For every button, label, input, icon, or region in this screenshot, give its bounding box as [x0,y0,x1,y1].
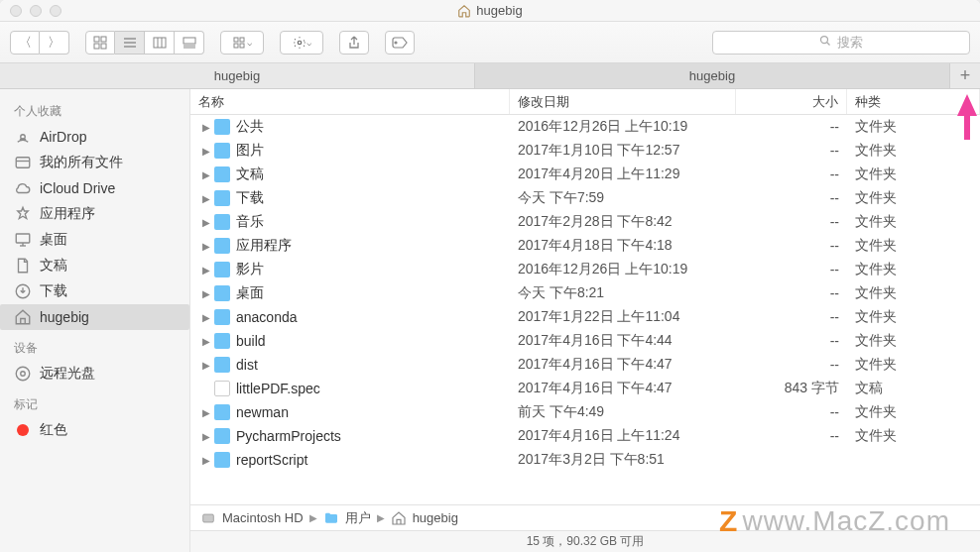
file-row[interactable]: ▶公共2016年12月26日 上午10:19--文件夹 [190,115,980,139]
breadcrumb-item[interactable]: hugebig [413,510,458,525]
sidebar-item[interactable]: 红色 [0,417,189,443]
disclosure-triangle[interactable]: ▶ [198,217,208,228]
file-date: 今天 下午7:59 [510,189,736,207]
search-field[interactable]: 搜索 [712,31,970,55]
minimize-button[interactable] [30,5,42,17]
file-row[interactable]: ▶PycharmProjects2017年4月16日 上午11:24--文件夹 [190,424,980,448]
col-date[interactable]: 修改日期 [510,89,736,114]
svg-rect-7 [154,38,166,48]
sidebar-item-label: hugebig [40,309,89,325]
folder-icon [214,285,230,301]
sidebar-item[interactable]: AirDrop [0,124,189,150]
sidebar-item[interactable]: hugebig [0,304,189,330]
file-row[interactable]: ▶dist2017年4月16日 下午4:47--文件夹 [190,353,980,377]
file-size: -- [736,333,847,349]
folder-icon [214,190,230,206]
sidebar-item[interactable]: 应用程序 [0,201,189,227]
disclosure-triangle[interactable]: ▶ [198,146,208,157]
disclosure-triangle[interactable]: ▶ [198,265,208,276]
file-name: littlePDF.spec [236,381,320,396]
desktop-icon [14,231,32,249]
sidebar-item[interactable]: 文稿 [0,253,189,278]
file-row[interactable]: ▶图片2017年1月10日 下午12:57--文件夹 [190,139,980,163]
disclosure-triangle[interactable]: ▶ [198,288,208,299]
disclosure-triangle[interactable]: ▶ [198,407,208,418]
file-icon [214,381,230,396]
disclosure-triangle[interactable]: ▶ [198,360,208,371]
column-view-button[interactable] [145,31,175,55]
tags-button[interactable] [385,31,415,55]
back-button[interactable]: 〈 [10,31,40,55]
file-row[interactable]: ▶音乐2017年2月28日 下午8:42--文件夹 [190,210,980,234]
svg-rect-14 [234,44,238,48]
tab-1[interactable]: hugebig [0,63,475,88]
sidebar-item[interactable]: iCloud Drive [0,175,189,201]
svg-rect-13 [234,38,238,42]
file-row[interactable]: littlePDF.spec2017年4月16日 下午4:47843 字节文稿 [190,377,980,400]
col-name[interactable]: 名称 [190,89,510,114]
file-list: ▶公共2016年12月26日 上午10:19--文件夹▶图片2017年1月10日… [190,115,980,504]
svg-rect-24 [16,234,30,243]
folder-icon [214,357,230,373]
share-button[interactable] [339,31,369,55]
icon-view-button[interactable] [85,31,115,55]
sidebar-item-label: 文稿 [40,257,67,275]
folder-icon [214,143,230,159]
view-buttons [85,31,204,55]
add-tab-button[interactable]: + [950,63,980,88]
file-kind: 文件夹 [847,166,980,183]
file-row[interactable]: ▶reportScript2017年3月2日 下午8:51 [190,448,980,472]
tab-2[interactable]: hugebig [475,63,950,88]
sidebar-item[interactable]: 远程光盘 [0,361,189,386]
disclosure-triangle[interactable]: ▶ [198,169,208,180]
sidebar-item[interactable]: 我的所有文件 [0,150,189,175]
forward-button[interactable]: 〉 [40,31,69,55]
disclosure-triangle[interactable]: ▶ [198,431,208,442]
disclosure-triangle[interactable]: ▶ [198,241,208,252]
file-row[interactable]: ▶build2017年4月16日 下午4:44--文件夹 [190,329,980,353]
close-button[interactable] [10,5,22,17]
list-view-button[interactable] [115,31,145,55]
file-row[interactable]: ▶下载今天 下午7:59--文件夹 [190,186,980,210]
svg-rect-10 [184,38,195,44]
svg-point-17 [298,41,302,45]
search-icon [819,35,831,50]
sidebar-item-label: 红色 [40,421,67,439]
disclosure-triangle[interactable]: ▶ [198,193,208,204]
folder-icon [214,428,230,444]
disclosure-triangle[interactable]: ▶ [198,336,208,347]
action-button[interactable]: ⌵ [280,31,323,55]
file-list-area: 名称 修改日期 大小 种类 ▶公共2016年12月26日 上午10:19--文件… [190,89,980,552]
file-name: 图片 [236,142,264,160]
col-size[interactable]: 大小 [736,89,847,114]
disclosure-triangle[interactable]: ▶ [198,455,208,466]
breadcrumb-item[interactable]: Macintosh HD [222,510,304,525]
col-kind[interactable]: 种类 [847,89,980,114]
file-date: 今天 下午8:21 [510,284,736,302]
file-date: 2017年4月16日 下午4:44 [510,332,736,350]
file-kind: 文件夹 [847,261,980,278]
breadcrumb-item[interactable]: 用户 [345,509,371,527]
sidebar-item-label: 桌面 [40,231,67,249]
file-row[interactable]: ▶newman前天 下午4:49--文件夹 [190,400,980,424]
disclosure-triangle[interactable]: ▶ [198,312,208,323]
file-row[interactable]: ▶桌面今天 下午8:21--文件夹 [190,281,980,305]
file-row[interactable]: ▶anaconda2017年1月22日 上午11:04--文件夹 [190,305,980,329]
sidebar-item[interactable]: 桌面 [0,227,189,253]
file-size: -- [736,166,847,182]
svg-point-18 [395,42,397,44]
folder-icon [214,452,230,468]
file-kind: 文件夹 [847,118,980,136]
coverflow-view-button[interactable] [175,31,204,55]
folder-icon [323,510,339,526]
file-row[interactable]: ▶影片2016年12月26日 上午10:19--文件夹 [190,258,980,281]
file-row[interactable]: ▶文稿2017年4月20日 上午11:29--文件夹 [190,163,980,186]
file-row[interactable]: ▶应用程序2017年4月18日 下午4:18--文件夹 [190,234,980,258]
file-kind: 文件夹 [847,142,980,160]
disclosure-triangle[interactable]: ▶ [198,122,208,133]
zoom-button[interactable] [50,5,61,17]
sidebar-item[interactable]: 下载 [0,278,189,304]
sidebar-item-label: 远程光盘 [40,365,95,383]
arrange-button[interactable]: ⌵ [220,31,264,55]
finder-window: hugebig 〈 〉 ⌵ ⌵ 搜索 hugebig hugebig + 个人收… [0,0,980,552]
